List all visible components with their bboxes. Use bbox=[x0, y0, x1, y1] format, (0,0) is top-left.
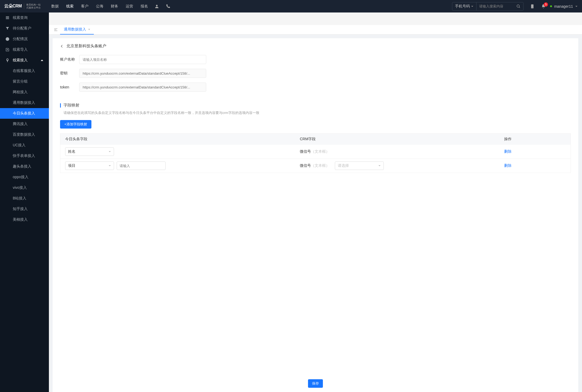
nav-signup[interactable]: 报名 bbox=[141, 4, 148, 9]
svg-point-0 bbox=[156, 5, 158, 6]
chevron-up-icon bbox=[40, 59, 44, 62]
user-menu[interactable]: manager11 bbox=[550, 4, 578, 8]
sidebar-item-allocation[interactable]: 分配情况 bbox=[0, 34, 49, 44]
toutiao-field-select[interactable]: 姓名 bbox=[65, 147, 114, 156]
mapping-table: 今日头条字段 CRM字段 操作 姓名 微信号（文本框） bbox=[60, 133, 571, 173]
nav-finance[interactable]: 财务 bbox=[111, 4, 118, 9]
secret-input[interactable] bbox=[79, 69, 206, 78]
sidebar-sub-message-group[interactable]: 留言分组 bbox=[0, 76, 49, 87]
section-desc: 请确保您在此填写的头条自定义字段名称与在今日头条平台中自定义的字段名称一致，并且… bbox=[64, 110, 571, 115]
import-icon bbox=[5, 48, 10, 52]
menu-icon bbox=[54, 28, 58, 32]
notification-bell[interactable]: 5 bbox=[541, 4, 546, 9]
token-label: token bbox=[60, 85, 79, 89]
toutiao-field-select[interactable]: 项目 bbox=[65, 161, 114, 170]
top-nav: 数据 线索 客户 公海 财务 运营 报名 bbox=[51, 4, 148, 9]
form-row-token: token bbox=[60, 83, 571, 92]
svg-line-2 bbox=[519, 7, 520, 8]
chart-icon bbox=[5, 37, 10, 41]
nav-public[interactable]: 公海 bbox=[96, 4, 103, 9]
header-right-icons: 5 bbox=[530, 4, 546, 9]
nav-clue[interactable]: 线索 bbox=[66, 4, 74, 9]
tabs-bar: 通用数据接入 × bbox=[49, 25, 582, 35]
svg-rect-5 bbox=[6, 16, 9, 17]
account-input[interactable] bbox=[79, 55, 206, 64]
toutiao-extra-input[interactable] bbox=[117, 161, 166, 170]
chevron-down-icon bbox=[575, 5, 578, 8]
delete-link[interactable]: 删除 bbox=[504, 163, 512, 168]
status-indicator bbox=[550, 5, 552, 7]
svg-rect-6 bbox=[6, 18, 9, 18]
form-row-secret: 密钥 bbox=[60, 69, 571, 78]
search-input[interactable] bbox=[476, 2, 514, 10]
token-input[interactable] bbox=[79, 83, 206, 92]
search-button[interactable] bbox=[514, 2, 523, 10]
crm-field-name: 微信号 bbox=[300, 163, 311, 168]
section-bar bbox=[60, 103, 61, 108]
sidebar-sub-bilibili[interactable]: B站接入 bbox=[0, 193, 49, 204]
search-type-select[interactable]: 手机号码 bbox=[452, 2, 476, 10]
add-mapping-button[interactable]: +添加字段映射 bbox=[60, 120, 91, 129]
menu-toggle[interactable] bbox=[52, 28, 60, 32]
crm-field-name: 微信号 bbox=[300, 149, 311, 154]
logo-text: 云朵CRM bbox=[4, 3, 22, 9]
sidebar-sub-qutoutiao[interactable]: 趣头条接入 bbox=[0, 161, 49, 172]
sidebar-sub-vivo[interactable]: vivo接入 bbox=[0, 182, 49, 193]
th-action: 操作 bbox=[499, 134, 571, 145]
table-row: 项目 微信号（文本框） 请选择 bbox=[60, 159, 571, 173]
crm-field-type: （文本框） bbox=[311, 149, 330, 154]
header-icon-group bbox=[154, 4, 170, 9]
tab-close-icon[interactable]: × bbox=[88, 28, 90, 31]
nav-customer[interactable]: 客户 bbox=[81, 4, 88, 9]
footer-bar: 保存 bbox=[60, 363, 571, 388]
sidebar-sub-baidu[interactable]: 百度数据接入 bbox=[0, 129, 49, 140]
delete-link[interactable]: 删除 bbox=[504, 149, 512, 154]
filter-icon bbox=[5, 26, 10, 31]
sidebar-sub-online-cs[interactable]: 在线客服接入 bbox=[0, 66, 49, 76]
sidebar-sub-uc[interactable]: UC接入 bbox=[0, 140, 49, 151]
logo-subtitle: 教育机构一站 式服务云平台 bbox=[24, 3, 41, 9]
username: manager11 bbox=[554, 4, 573, 8]
nav-data[interactable]: 数据 bbox=[51, 4, 59, 9]
sidebar-item-unassigned[interactable]: 待分配客户 bbox=[0, 23, 49, 34]
save-button[interactable]: 保存 bbox=[308, 379, 323, 388]
sidebar-sub-zhihu[interactable]: 知乎接入 bbox=[0, 204, 49, 214]
sidebar-item-import[interactable]: 线索导入 bbox=[0, 44, 49, 55]
mobile-icon[interactable] bbox=[530, 4, 535, 9]
th-toutiao: 今日头条字段 bbox=[60, 134, 295, 145]
nav-ops[interactable]: 运营 bbox=[126, 4, 133, 9]
sidebar-sub-toutiao[interactable]: 今日头条接入 bbox=[0, 108, 49, 119]
user-icon[interactable] bbox=[154, 4, 159, 9]
phone-icon[interactable] bbox=[166, 4, 170, 9]
page-header: 北京昱新科技头条账户 bbox=[60, 44, 571, 49]
sidebar-sub-kuaishou[interactable]: 快手表单接入 bbox=[0, 151, 49, 161]
page-title: 北京昱新科技头条账户 bbox=[66, 44, 106, 49]
search-icon bbox=[516, 4, 521, 8]
app-header: 云朵CRM 教育机构一站 式服务云平台 数据 线索 客户 公海 财务 运营 报名… bbox=[0, 0, 582, 12]
main-area: 通用数据接入 × 北京昱新科技头条账户 账户名称 密钥 token 字段映射 请… bbox=[49, 25, 582, 392]
list-icon bbox=[5, 16, 10, 20]
search-group: 手机号码 bbox=[452, 2, 524, 11]
svg-point-1 bbox=[517, 5, 519, 7]
th-crm: CRM字段 bbox=[295, 134, 499, 145]
sidebar-sub-school[interactable]: 网校接入 bbox=[0, 87, 49, 97]
notification-badge: 5 bbox=[544, 2, 548, 7]
sidebar-item-clue-access[interactable]: 线索接入 bbox=[0, 55, 49, 66]
crm-field-select[interactable]: 请选择 bbox=[335, 161, 384, 170]
svg-point-4 bbox=[532, 7, 533, 8]
sidebar: 线索查询 待分配客户 分配情况 线索导入 线索接入 在线客服接入 留言分组 网校… bbox=[0, 12, 49, 392]
sidebar-sub-oppo[interactable]: oppo接入 bbox=[0, 172, 49, 182]
tab-general-data[interactable]: 通用数据接入 × bbox=[60, 25, 94, 35]
account-label: 账户名称 bbox=[60, 57, 79, 62]
table-row: 姓名 微信号（文本框） 删除 bbox=[60, 145, 571, 159]
content-panel: 北京昱新科技头条账户 账户名称 密钥 token 字段映射 请确保您在此填写的头… bbox=[53, 38, 578, 392]
sidebar-sub-meiyou[interactable]: 美柚接入 bbox=[0, 214, 49, 225]
sidebar-sub-tencent[interactable]: 腾讯接入 bbox=[0, 119, 49, 129]
logo: 云朵CRM 教育机构一站 式服务云平台 bbox=[4, 3, 41, 9]
chevron-down-icon bbox=[471, 5, 474, 8]
sidebar-item-clue-query[interactable]: 线索查询 bbox=[0, 12, 49, 23]
secret-label: 密钥 bbox=[60, 71, 79, 76]
sidebar-sub-general[interactable]: 通用数据接入 bbox=[0, 97, 49, 108]
crm-field-type: （文本框） bbox=[311, 163, 330, 168]
back-icon[interactable] bbox=[60, 44, 64, 48]
